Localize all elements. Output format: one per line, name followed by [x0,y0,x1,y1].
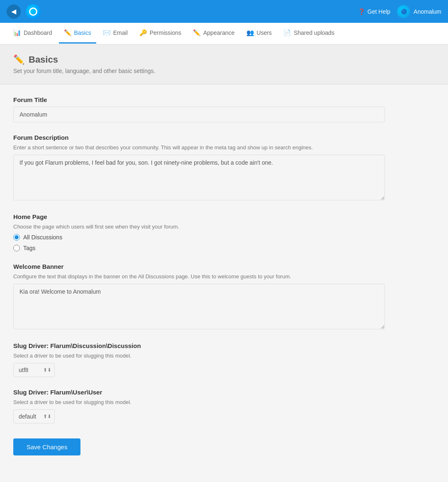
help-link[interactable]: ❓ Get Help [358,8,390,15]
slug-discussion-select-wrapper: utf8 default ⬆⬇ [13,363,55,377]
radio-all-discussions[interactable]: All Discussions [13,234,385,241]
welcome-banner-input[interactable]: Kia ora! Welcome to Anomalum [13,284,385,329]
save-button[interactable]: Save Changes [13,438,80,455]
tab-permissions-label: Permissions [150,29,181,36]
logo-inner [29,7,37,16]
home-page-section: Home Page Choose the page which users wi… [13,213,385,251]
shared-uploads-icon: 📄 [283,29,291,37]
home-page-hint: Choose the page which users will first s… [13,224,385,230]
main-content: Forum Title Forum Description Enter a sh… [0,85,398,467]
radio-all-discussions-label: All Discussions [23,234,62,241]
tab-shared-uploads[interactable]: 📄 Shared uploads [278,23,339,44]
email-icon: ✉️ [103,29,111,37]
basics-icon: ✏️ [64,29,72,37]
forum-description-hint: Enter a short sentence or two that descr… [13,144,385,151]
tab-dashboard-label: Dashboard [24,29,52,36]
tab-email-label: Email [113,29,128,36]
radio-tags-label: Tags [23,245,36,251]
avatar: 🔵 [397,5,410,18]
topbar-right: ❓ Get Help 🔵 Anomalum [358,5,441,18]
help-icon: ❓ [358,8,365,15]
radio-tags[interactable]: Tags [13,245,385,251]
appearance-icon: ✏️ [193,29,201,37]
tab-appearance-label: Appearance [203,29,235,36]
slug-user-select[interactable]: default utf8 [13,409,55,424]
tab-email[interactable]: ✉️ Email [98,23,133,44]
welcome-banner-label: Welcome Banner [13,263,385,270]
tab-dashboard[interactable]: 📊 Dashboard [8,23,57,44]
slug-user-label: Slug Driver: Flarum\User\User [13,389,385,396]
slug-discussion-label: Slug Driver: Flarum\Discussion\Discussio… [13,342,385,349]
tab-users-label: Users [257,29,272,36]
page-subtitle: Set your forum title, language, and othe… [13,68,435,74]
topbar: ◀ ❓ Get Help 🔵 Anomalum [0,0,448,23]
page-title-icon: ✏️ [13,54,24,65]
tab-basics-label: Basics [74,29,91,36]
home-page-radio-group: All Discussions Tags [13,234,385,251]
dashboard-icon: 📊 [13,29,21,37]
page-title-text: Basics [29,54,58,65]
home-page-label: Home Page [13,213,385,220]
tab-shared-uploads-label: Shared uploads [294,29,334,36]
help-label: Get Help [368,8,390,15]
topbar-left: ◀ [7,4,41,19]
slug-user-hint: Select a driver to be used for slugging … [13,399,385,405]
forum-title-section: Forum Title [13,96,385,122]
tab-nav: 📊 Dashboard ✏️ Basics ✉️ Email 🔑 Permiss… [0,23,448,44]
radio-tags-input[interactable] [13,245,20,251]
forum-description-section: Forum Description Enter a short sentence… [13,134,385,202]
permissions-icon: 🔑 [139,29,147,37]
slug-discussion-select[interactable]: utf8 default [13,363,55,377]
page-header: ✏️ Basics Set your forum title, language… [0,44,448,85]
welcome-banner-section: Welcome Banner Configure the text that d… [13,263,385,331]
slug-discussion-section: Slug Driver: Flarum\Discussion\Discussio… [13,342,385,377]
save-section: Save Changes [13,435,385,455]
welcome-banner-hint: Configure the text that displays in the … [13,273,385,280]
avatar-icon: 🔵 [401,9,407,15]
slug-user-section: Slug Driver: Flarum\User\User Select a d… [13,389,385,424]
user-name: Anomalum [414,8,441,15]
back-button[interactable]: ◀ [7,5,21,19]
forum-description-label: Forum Description [13,134,385,141]
app-logo [26,4,41,19]
forum-title-input[interactable] [13,107,385,122]
slug-discussion-hint: Select a driver to be used for slugging … [13,353,385,359]
radio-all-discussions-input[interactable] [13,234,20,241]
slug-user-select-wrapper: default utf8 ⬆⬇ [13,409,55,424]
page-title: ✏️ Basics [13,54,435,65]
back-icon: ◀ [11,7,16,15]
forum-title-label: Forum Title [13,96,385,103]
tab-permissions[interactable]: 🔑 Permissions [134,23,186,44]
tab-users[interactable]: 👥 Users [241,23,277,44]
tab-appearance[interactable]: ✏️ Appearance [188,23,240,44]
users-icon: 👥 [246,29,254,37]
user-info[interactable]: 🔵 Anomalum [397,5,441,18]
tab-basics[interactable]: ✏️ Basics [59,23,96,44]
forum-description-input[interactable]: If you got Flarum problems, I feel bad f… [13,155,385,200]
